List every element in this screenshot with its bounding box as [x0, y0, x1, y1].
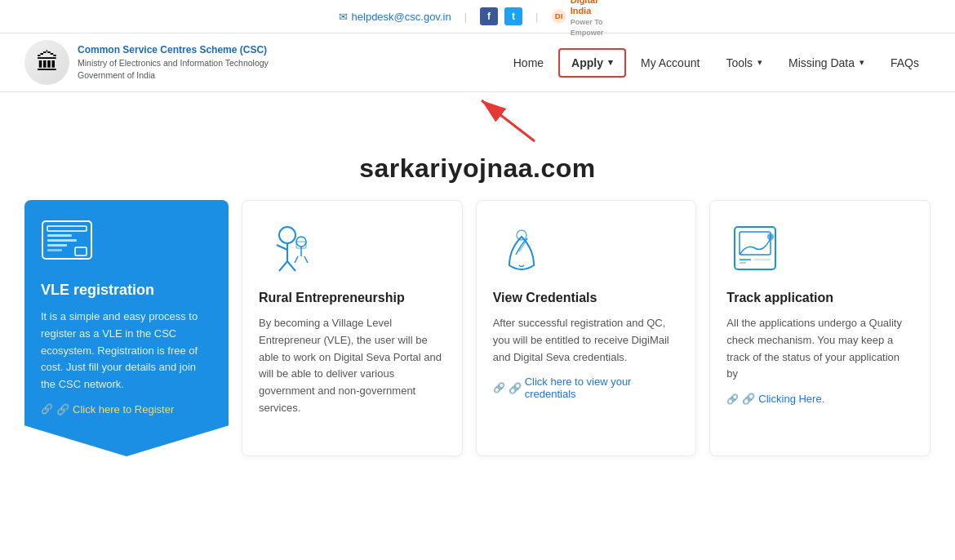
- facebook-icon[interactable]: f: [480, 7, 498, 25]
- rural-icon-wrapper: [259, 220, 446, 278]
- svg-line-13: [277, 245, 287, 250]
- vle-card-title: VLE registration: [41, 282, 212, 299]
- nav-faqs[interactable]: FAQs: [879, 50, 931, 76]
- svg-line-14: [279, 261, 287, 271]
- government-emblem: 🏛: [24, 40, 69, 85]
- rural-card-desc: By becoming a Village Level Entrepreneur…: [259, 315, 446, 417]
- nav-tools[interactable]: Tools: [714, 50, 774, 76]
- digital-india-logo: DI Digital India Power To Empower: [551, 5, 616, 28]
- top-bar: ✉ helpdesk@csc.gov.in | f t | DI Digital…: [0, 0, 955, 33]
- svg-rect-6: [47, 234, 72, 237]
- card-track: Track application All the applications u…: [709, 200, 931, 456]
- svg-line-15: [287, 261, 295, 271]
- twitter-icon[interactable]: t: [504, 7, 522, 25]
- card-rural: Rural Entrepreneurship By becoming a Vil…: [242, 200, 463, 456]
- credentials-card-desc: After successful registration and QC, yo…: [493, 315, 680, 366]
- svg-rect-10: [75, 247, 87, 256]
- divider-2: |: [535, 11, 538, 23]
- svg-line-20: [304, 256, 308, 263]
- nav-my-account[interactable]: My Account: [629, 50, 711, 76]
- divider-1: |: [464, 11, 467, 23]
- email-contact[interactable]: ✉ helpdesk@csc.gov.in: [339, 11, 451, 23]
- credentials-icon-wrapper: [493, 220, 680, 278]
- watermark-text: sarkariyojnaa.com: [359, 153, 596, 183]
- org-sub1: Ministry of Electronics and Information …: [78, 57, 269, 69]
- track-card-link[interactable]: 🔗 Clicking Here.: [726, 393, 913, 405]
- svg-rect-8: [47, 244, 67, 247]
- link-icon: 🔗: [56, 403, 69, 416]
- track-card-desc: All the applications undergo a Quality c…: [726, 315, 913, 383]
- svg-line-19: [295, 256, 298, 263]
- digital-india-tagline: Power To Empower: [571, 18, 604, 37]
- logo-area: 🏛 Common Service Centres Scheme (CSC) Mi…: [24, 40, 269, 85]
- org-sub2: Government of India: [78, 69, 269, 82]
- vle-card-desc: It is a simple and easy process to regis…: [41, 309, 212, 393]
- social-icons: f t: [480, 7, 522, 25]
- vle-icon-wrapper: [41, 220, 212, 269]
- track-card-title: Track application: [726, 291, 913, 305]
- rural-card-title: Rural Entrepreneurship: [259, 291, 446, 305]
- credentials-icon: [493, 220, 550, 278]
- cards-section: VLE registration It is a simple and easy…: [0, 200, 955, 481]
- arrow-svg: [400, 92, 563, 145]
- svg-rect-23: [740, 232, 771, 255]
- credentials-link-icon: 🔗: [509, 382, 522, 394]
- main-nav: Home Apply My Account Tools Missing Data…: [502, 48, 931, 78]
- card-credentials: View Credentials After successful regist…: [476, 200, 697, 456]
- nav-apply[interactable]: Apply: [558, 48, 626, 78]
- vle-card-link[interactable]: 🔗 Click here to Register: [41, 403, 212, 416]
- svg-point-24: [767, 233, 774, 240]
- di-logo-icon: DI: [551, 5, 566, 28]
- svg-line-3: [482, 100, 535, 141]
- credentials-card-title: View Credentials: [493, 291, 680, 305]
- vle-icon: [41, 220, 98, 269]
- site-watermark: sarkariyojnaa.com: [0, 145, 955, 200]
- svg-text:DI: DI: [555, 11, 563, 20]
- digital-india-label: Digital India: [571, 0, 598, 16]
- svg-point-21: [517, 230, 526, 240]
- card-vle: VLE registration It is a simple and easy…: [24, 200, 229, 456]
- email-address: helpdesk@csc.gov.in: [352, 11, 451, 23]
- header: 🏛 Common Service Centres Scheme (CSC) Mi…: [0, 33, 955, 92]
- logo-text: Common Service Centres Scheme (CSC) Mini…: [78, 43, 269, 81]
- svg-point-11: [279, 227, 295, 243]
- nav-home[interactable]: Home: [502, 50, 555, 76]
- track-icon: [726, 220, 784, 278]
- credentials-card-link[interactable]: 🔗 Click here to view your credentials: [493, 376, 680, 400]
- track-icon-wrapper: [726, 220, 913, 278]
- svg-rect-7: [47, 239, 77, 242]
- svg-rect-5: [47, 226, 87, 231]
- nav-missing-data[interactable]: Missing Data: [777, 50, 876, 76]
- arrow-annotation: [0, 92, 955, 145]
- org-title: Common Service Centres Scheme (CSC): [78, 43, 269, 57]
- rural-icon: [259, 220, 316, 278]
- track-link-icon: 🔗: [742, 393, 755, 405]
- email-icon: ✉: [339, 11, 348, 23]
- svg-rect-9: [47, 249, 62, 251]
